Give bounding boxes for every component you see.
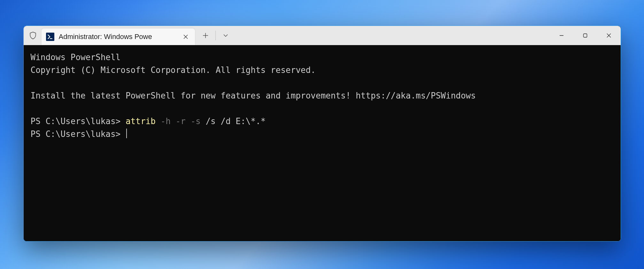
terminal-output[interactable]: Windows PowerShell Copyright (C) Microso… [24, 45, 621, 241]
command-name: attrib [126, 116, 156, 126]
prompt-prefix: PS C:\Users\lukas> [31, 129, 126, 139]
output-line: Copyright (C) Microsoft Corporation. All… [31, 65, 316, 75]
prompt-prefix: PS C:\Users\lukas> [31, 116, 126, 126]
maximize-button[interactable] [573, 26, 597, 45]
svg-rect-6 [583, 34, 587, 37]
new-tab-button[interactable] [198, 29, 213, 42]
maximize-icon [583, 33, 587, 38]
close-icon [183, 34, 188, 39]
chevron-down-icon [223, 34, 228, 37]
output-line: Windows PowerShell [31, 52, 121, 62]
plus-icon [203, 33, 208, 38]
tab-close-button[interactable] [181, 32, 190, 42]
powershell-icon [46, 33, 54, 41]
output-line: Install the latest PowerShell for new fe… [31, 91, 476, 100]
titlebar-left: Administrator: Windows Powe [24, 26, 195, 45]
active-tab[interactable]: Administrator: Windows Powe [42, 28, 195, 45]
minimize-icon [559, 33, 564, 38]
titlebar-drag-area[interactable] [234, 26, 550, 45]
minimize-button[interactable] [550, 26, 573, 45]
divider [215, 31, 216, 40]
command-args: /s /d E:\*.* [201, 116, 266, 126]
close-window-button[interactable] [597, 26, 621, 45]
profile-dropdown-button[interactable] [218, 29, 234, 42]
close-icon [606, 33, 611, 38]
shield-icon [29, 31, 37, 40]
window-controls [550, 26, 621, 45]
command-flags: -h -r -s [156, 116, 201, 126]
tab-title: Administrator: Windows Powe [59, 33, 178, 41]
window-titlebar[interactable]: Administrator: Windows Powe [24, 26, 621, 45]
terminal-window: Administrator: Windows Powe [23, 26, 621, 241]
terminal-cursor [126, 129, 127, 138]
titlebar-actions [195, 26, 234, 45]
